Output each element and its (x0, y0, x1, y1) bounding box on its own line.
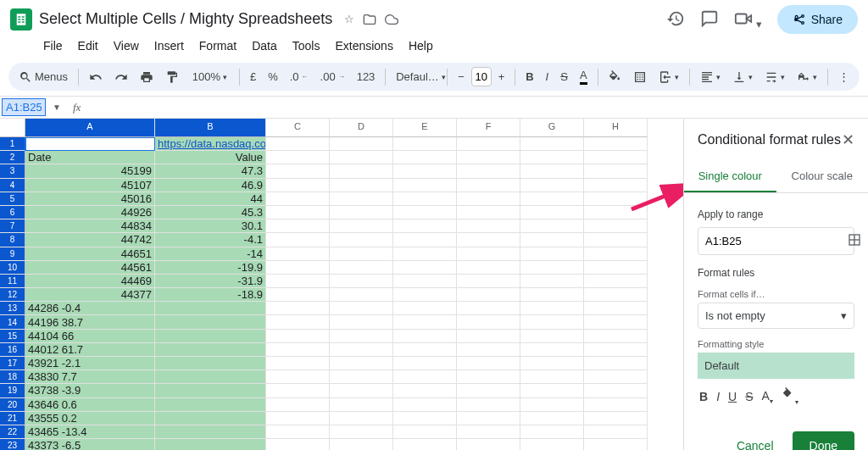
cell[interactable] (584, 357, 648, 370)
row-header[interactable]: 11 (0, 275, 25, 288)
style-bold[interactable]: B (699, 390, 708, 403)
row-header[interactable]: 19 (0, 384, 25, 397)
more-toolbar-button[interactable]: ⋮ (833, 66, 854, 88)
column-header-d[interactable]: D (330, 119, 393, 137)
cell[interactable] (520, 247, 584, 261)
zoom-dropdown[interactable]: 100% ▾ (186, 66, 234, 88)
cell[interactable] (393, 398, 457, 412)
cell[interactable] (330, 179, 393, 192)
increase-decimal-button[interactable]: .00→ (315, 66, 350, 88)
cell[interactable] (330, 370, 393, 384)
cell[interactable] (266, 275, 330, 288)
row-header[interactable]: 20 (0, 398, 25, 412)
style-strikethrough[interactable]: S (745, 390, 753, 403)
move-icon[interactable] (363, 13, 376, 29)
cell[interactable] (457, 425, 520, 439)
cell[interactable] (266, 179, 330, 192)
cell[interactable] (393, 439, 457, 450)
cell[interactable] (520, 357, 584, 370)
cell[interactable] (584, 425, 648, 439)
cell[interactable] (330, 206, 393, 219)
cell[interactable]: 44012 61.7 (25, 343, 155, 357)
cell[interactable] (457, 219, 520, 233)
cell[interactable] (457, 164, 520, 178)
cell[interactable] (584, 288, 648, 302)
cell[interactable] (266, 219, 330, 233)
cell[interactable]: 44377 (25, 288, 155, 302)
cell[interactable]: 43921 -2.1 (25, 357, 155, 370)
cell[interactable]: 45.3 (155, 206, 266, 219)
row-header[interactable]: 8 (0, 233, 25, 247)
text-rotation-button[interactable]: ▾ (792, 66, 822, 88)
cell[interactable] (266, 164, 330, 178)
cell[interactable] (520, 330, 584, 343)
cell[interactable] (457, 192, 520, 206)
menu-format[interactable]: Format (193, 36, 242, 56)
cell[interactable] (393, 164, 457, 178)
horizontal-align-button[interactable]: ▾ (695, 66, 726, 88)
cell[interactable]: 43738 -3.9 (25, 384, 155, 397)
cell[interactable] (520, 219, 584, 233)
bold-button[interactable]: B (520, 66, 538, 88)
cell[interactable]: -31.9 (155, 275, 266, 288)
cell[interactable]: Value (155, 151, 266, 164)
cloud-status-icon[interactable] (385, 13, 398, 29)
cell[interactable] (520, 425, 584, 439)
cell[interactable] (584, 206, 648, 219)
row-header[interactable]: 9 (0, 247, 25, 261)
comments-icon[interactable] (700, 9, 719, 31)
cell[interactable] (330, 302, 393, 315)
cell[interactable] (520, 151, 584, 164)
row-header[interactable]: 1 (0, 137, 25, 151)
column-header-h[interactable]: H (584, 119, 648, 137)
cell[interactable]: 46.9 (155, 179, 266, 192)
cell[interactable]: 43373 -6.5 (25, 439, 155, 450)
row-header[interactable]: 21 (0, 412, 25, 425)
cell[interactable] (266, 357, 330, 370)
cell[interactable] (266, 288, 330, 302)
cell[interactable] (330, 412, 393, 425)
cell[interactable] (457, 384, 520, 397)
cell[interactable] (457, 439, 520, 450)
select-range-icon[interactable] (848, 233, 861, 249)
cell[interactable] (393, 425, 457, 439)
cell[interactable] (266, 206, 330, 219)
decrease-decimal-button[interactable]: .0← (285, 66, 314, 88)
cell[interactable]: 45107 (25, 179, 155, 192)
meet-icon[interactable]: ▾ (734, 9, 762, 31)
cell[interactable] (393, 233, 457, 247)
cell[interactable] (330, 398, 393, 412)
row-header[interactable]: 23 (0, 439, 25, 450)
cell[interactable] (457, 330, 520, 343)
cell[interactable] (155, 398, 266, 412)
currency-pound-button[interactable]: £ (245, 66, 261, 88)
cell[interactable] (457, 370, 520, 384)
cell[interactable] (330, 219, 393, 233)
text-wrap-button[interactable]: ▾ (760, 66, 790, 88)
cell[interactable] (393, 137, 457, 151)
cell[interactable] (266, 425, 330, 439)
range-input[interactable] (705, 235, 848, 247)
column-header-b[interactable]: B (155, 119, 266, 137)
cell[interactable]: 43830 7.7 (25, 370, 155, 384)
cell[interactable] (457, 398, 520, 412)
cell[interactable] (393, 206, 457, 219)
percent-button[interactable]: % (263, 66, 283, 88)
cell[interactable]: 44 (155, 192, 266, 206)
font-size-input[interactable] (471, 67, 492, 86)
cell[interactable] (393, 275, 457, 288)
cell[interactable]: 45016 (25, 192, 155, 206)
cell[interactable] (330, 247, 393, 261)
row-header[interactable]: 4 (0, 179, 25, 192)
cancel-button[interactable]: Cancel (725, 431, 786, 450)
cell[interactable] (520, 275, 584, 288)
menu-insert[interactable]: Insert (148, 36, 190, 56)
cell[interactable] (266, 330, 330, 343)
cell[interactable] (330, 192, 393, 206)
cell[interactable] (457, 247, 520, 261)
spreadsheet-grid[interactable]: ABCDEFGH 1https://data.nasdaq.com/ap2Dat… (0, 119, 683, 450)
row-header[interactable]: 22 (0, 425, 25, 439)
select-all-corner[interactable] (0, 119, 25, 137)
name-box[interactable] (2, 98, 46, 116)
row-header[interactable]: 3 (0, 164, 25, 178)
